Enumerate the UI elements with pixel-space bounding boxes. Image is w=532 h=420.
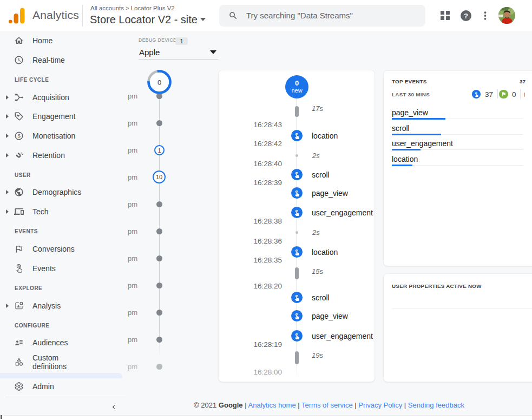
svg-text:0: 0 xyxy=(157,78,161,87)
svg-text:$: $ xyxy=(17,133,21,139)
svg-text:?: ? xyxy=(464,12,468,20)
